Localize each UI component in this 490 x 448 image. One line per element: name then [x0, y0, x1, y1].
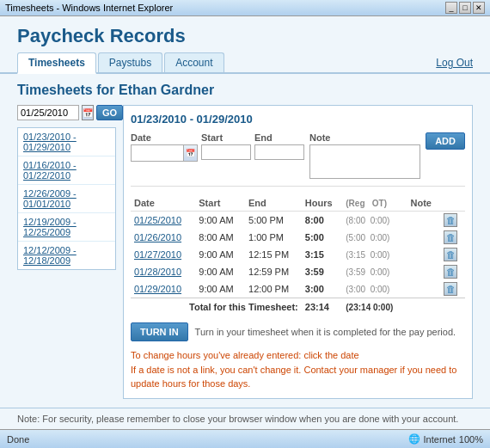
change-note-line1: To change hours you've already entered: …: [131, 348, 465, 363]
nav-tabs-left: Timesheets Paystubs Account: [17, 52, 226, 72]
row-date[interactable]: 01/25/2010: [131, 212, 195, 230]
note-textarea[interactable]: [309, 144, 420, 179]
row-end: 1:00 PM: [245, 229, 302, 246]
tab-paystubs[interactable]: Paystubs: [98, 52, 162, 72]
add-start-label: Start: [201, 132, 251, 143]
row-end: 12:15 PM: [245, 246, 302, 263]
status-internet: Internet: [424, 434, 456, 445]
row-start: 8:00 AM: [195, 229, 245, 246]
row-hours: 3:59: [302, 263, 342, 280]
row-hours: 5:00: [302, 229, 342, 246]
row-start: 9:00 AM: [195, 280, 245, 298]
title-bar-buttons[interactable]: _ □ ✕: [445, 2, 485, 14]
title-bar-text: Timesheets - Windows Internet Explorer: [5, 3, 173, 13]
row-hours: 3:15: [302, 246, 342, 263]
tab-account[interactable]: Account: [164, 52, 224, 72]
row-reg-ot: (3:00 0:00): [342, 280, 407, 298]
col-date: Date: [131, 195, 195, 212]
row-reg-ot: (3:15 0:00): [342, 246, 407, 263]
row-reg-ot: (3:59 0:00): [342, 263, 407, 280]
add-calendar-icon[interactable]: 📅: [183, 145, 197, 161]
delete-icon: 🗑: [446, 267, 456, 277]
date-input[interactable]: [17, 105, 79, 120]
row-note: [407, 280, 441, 298]
col-hours: Hours: [302, 195, 342, 212]
add-start-group: Start: [201, 132, 251, 160]
total-hours: 23:14: [302, 298, 342, 316]
delete-icon: 🗑: [446, 284, 456, 294]
period-item[interactable]: 12/19/2009 - 12/25/2009: [18, 213, 115, 242]
calendar-btn[interactable]: 📅: [82, 105, 94, 120]
add-end-label: End: [254, 132, 304, 143]
nav-tabs: Timesheets Paystubs Account Log Out: [0, 52, 490, 74]
row-delete[interactable]: 🗑: [440, 263, 465, 280]
status-bar: Done 🌐 Internet 100%: [0, 429, 490, 448]
delete-button[interactable]: 🗑: [444, 213, 457, 227]
add-date-group: Date 📅: [131, 132, 198, 162]
table-row: 01/26/2010 8:00 AM 1:00 PM 5:00 (5:00 0:…: [131, 229, 465, 246]
add-button[interactable]: ADD: [426, 132, 465, 150]
add-form-row: Date 📅 Start: [131, 132, 465, 187]
period-list: 01/23/2010 - 01/29/2010 01/16/2010 - 01/…: [17, 127, 116, 270]
row-start: 9:00 AM: [195, 263, 245, 280]
tab-timesheets[interactable]: Timesheets: [17, 52, 96, 74]
row-start: 9:00 AM: [195, 246, 245, 263]
go-button[interactable]: GO: [96, 105, 123, 120]
row-note: [407, 229, 441, 246]
add-btn-wrapper: ADD: [426, 132, 465, 150]
status-right: 🌐 Internet 100%: [408, 433, 483, 445]
right-panel: 01/23/2010 - 01/29/2010 Date 📅: [123, 105, 473, 399]
total-row: Total for this Timesheet: 23:14 (23:14 0…: [131, 298, 465, 316]
status-done: Done: [7, 434, 29, 445]
turnin-section: TURN IN Turn in your timesheet when it i…: [131, 322, 465, 341]
total-reg-ot: (23:14 0:00): [342, 298, 407, 316]
row-reg-ot: (8:00 0:00): [342, 212, 407, 230]
row-date[interactable]: 01/29/2010: [131, 280, 195, 298]
maximize-btn[interactable]: □: [459, 2, 471, 14]
row-delete[interactable]: 🗑: [440, 280, 465, 298]
row-end: 12:00 PM: [245, 280, 302, 298]
period-item[interactable]: 01/16/2010 - 01/22/2010: [18, 156, 115, 185]
row-date[interactable]: 01/26/2010: [131, 229, 195, 246]
row-delete[interactable]: 🗑: [440, 229, 465, 246]
add-date-input[interactable]: [132, 146, 183, 160]
close-btn[interactable]: ✕: [473, 2, 485, 14]
row-hours: 3:00: [302, 280, 342, 298]
add-end-input[interactable]: [254, 144, 304, 160]
table-row: 01/25/2010 9:00 AM 5:00 PM 8:00 (8:00 0:…: [131, 212, 465, 230]
delete-button[interactable]: 🗑: [444, 230, 457, 244]
note-label: Note: [309, 132, 420, 143]
delete-button[interactable]: 🗑: [444, 265, 457, 279]
row-delete[interactable]: 🗑: [440, 212, 465, 230]
logout-link[interactable]: Log Out: [436, 57, 473, 72]
row-end: 12:59 PM: [245, 263, 302, 280]
turnin-button[interactable]: TURN IN: [131, 322, 188, 341]
col-reg-ot: (Reg OT): [342, 195, 407, 212]
add-start-input[interactable]: [201, 144, 251, 160]
row-date[interactable]: 01/28/2010: [131, 263, 195, 280]
change-hours-note: To change hours you've already entered: …: [131, 348, 465, 391]
col-note: Note: [407, 195, 441, 212]
row-date[interactable]: 01/27/2010: [131, 246, 195, 263]
col-start: Start: [195, 195, 245, 212]
period-item[interactable]: 12/12/2009 - 12/18/2009: [18, 242, 115, 269]
row-note: [407, 263, 441, 280]
row-end: 5:00 PM: [245, 212, 302, 230]
period-item[interactable]: 01/23/2010 - 01/29/2010: [18, 128, 115, 156]
period-item[interactable]: 12/26/2009 - 01/01/2010: [18, 185, 115, 213]
main-content: Timesheets for Ethan Gardner 📅 GO 01/23/…: [0, 74, 490, 408]
timesheet-table: Date Start End Hours (Reg OT) Note 01/25…: [131, 195, 465, 316]
row-delete[interactable]: 🗑: [440, 246, 465, 263]
turnin-note: Turn in your timesheet when it is comple…: [195, 327, 456, 337]
minimize-btn[interactable]: _: [445, 2, 457, 14]
delete-button[interactable]: 🗑: [444, 282, 457, 296]
table-row: 01/27/2010 9:00 AM 12:15 PM 3:15 (3:15 0…: [131, 246, 465, 263]
row-hours: 8:00: [302, 212, 342, 230]
delete-button[interactable]: 🗑: [444, 248, 457, 261]
note-wrapper: Note: [309, 132, 420, 179]
sidebar: 📅 GO 01/23/2010 - 01/29/2010 01/16/2010 …: [17, 105, 116, 399]
add-date-label: Date: [131, 132, 198, 143]
status-zoom: 100%: [459, 434, 483, 445]
table-row: 01/29/2010 9:00 AM 12:00 PM 3:00 (3:00 0…: [131, 280, 465, 298]
total-label: Total for this Timesheet:: [131, 298, 302, 316]
